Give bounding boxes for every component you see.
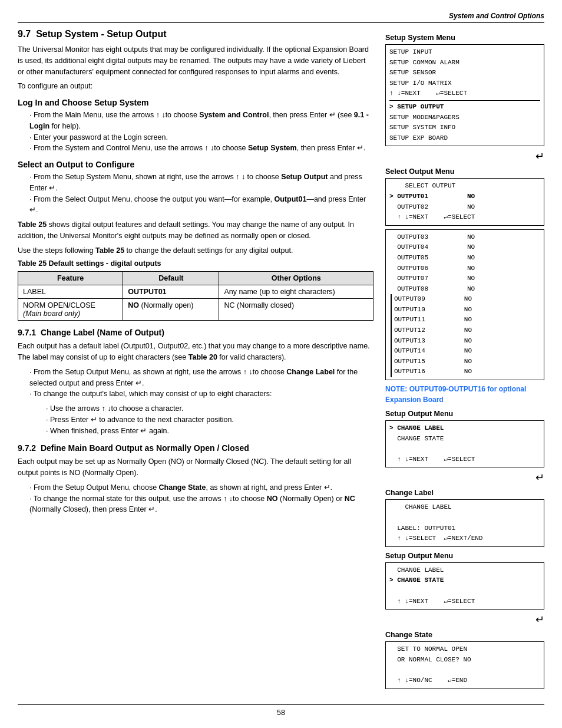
menu-item: OUTPUT13 NO — [394, 336, 540, 347]
table-cell-feature: LABEL — [18, 285, 123, 299]
enter-arrow-2: ↵ — [385, 471, 544, 484]
menu-item: SELECT OUTPUT — [389, 181, 540, 192]
menu-item: OUTPUT04 NO — [389, 242, 540, 253]
section-971-intro: Each output has a default label (Output0… — [18, 341, 373, 363]
section-97-intro: The Universal Monitor has eight outputs … — [18, 44, 373, 77]
table-row: NORM OPEN/CLOSE(Main board only) NO (Nor… — [18, 299, 373, 321]
change-state-menu: SET TO NORMAL OPEN OR NORMAL CLOSE? NO ↑… — [385, 641, 544, 689]
section-971-substeps: Use the arrows ↑ ↓to choose a character.… — [39, 403, 373, 436]
table25-caption: Table 25 Default settings - digital outp… — [18, 259, 373, 268]
menu-item-selected: > CHANGE STATE — [389, 575, 540, 586]
menu-item: OUTPUT09 NO — [394, 294, 540, 305]
menu-item: OUTPUT15 NO — [394, 357, 540, 367]
menu-nav: ↑ ↓=SELECT ↵=NEXT/END — [389, 533, 540, 544]
select-output-heading: Select an Output to Configure — [18, 160, 373, 169]
configure-prompt: To configure an output: — [18, 81, 373, 92]
page-number: 58 — [18, 704, 544, 717]
section-972-intro: Each output may be set up as Normally Op… — [18, 456, 373, 479]
menu-item: CHANGE LABEL — [389, 565, 540, 576]
menu-nav: ↑ ↓=NO/NC ↵=END — [389, 676, 540, 686]
menu-item: LABEL: OUTPUT01 — [389, 523, 540, 534]
table-header-default: Default — [123, 272, 219, 285]
menu-item-selected: > OUTPUT01 NO — [389, 192, 540, 202]
menu-item: OUTPUT12 NO — [394, 325, 540, 336]
enter-arrow-1: ↵ — [385, 150, 544, 163]
table25: Feature Default Other Options LABEL OUTP… — [18, 271, 373, 321]
menu-item: SETUP COMMON ALARM — [389, 58, 540, 68]
menu-item: OUTPUT11 NO — [394, 315, 540, 325]
section-972-steps: From the Setup Output Menu, choose Chang… — [28, 482, 373, 515]
menu-item: OUTPUT14 NO — [394, 346, 540, 357]
setup-system-menu-title: Setup System Menu — [385, 34, 544, 42]
list-item: Enter your password at the Login screen. — [28, 132, 373, 143]
output-list: OUTPUT03 NO OUTPUT04 NO OUTPUT05 NO OUTP… — [385, 229, 544, 380]
menu-item: SETUP SENSOR — [389, 68, 540, 78]
section-971-steps: From the Setup Output Menu, as shown at … — [28, 367, 373, 400]
change-state-title: Change State — [385, 631, 544, 639]
table-cell-feature: NORM OPEN/CLOSE(Main board only) — [18, 299, 123, 321]
output-note: NOTE: OUTPUT09-OUTPUT16 for optional Exp… — [385, 384, 544, 405]
left-column: 9.7 Setup System - Setup Output The Univ… — [18, 29, 373, 693]
section-97: 9.7 Setup System - Setup Output The Univ… — [18, 29, 373, 321]
setup-output-menu-2: CHANGE LABEL > CHANGE STATE ↑ ↓=NEXT ↵=S… — [385, 562, 544, 610]
log-in-steps: From the Main Menu, use the arrows ↑ ↓to… — [28, 110, 373, 154]
output-bracket-items: OUTPUT09 NO OUTPUT10 NO OUTPUT11 NO OUTP… — [394, 294, 540, 377]
menu-item: OUTPUT05 NO — [389, 253, 540, 263]
bracket-group: OUTPUT09 NO OUTPUT10 NO OUTPUT11 NO OUTP… — [389, 294, 540, 377]
table-cell-options: Any name (up to eight characters) — [219, 285, 373, 299]
menu-item: SETUP MODEM&PAGERS — [389, 113, 540, 123]
main-content: 9.7 Setup System - Setup Output The Univ… — [18, 29, 544, 693]
menu-item: SETUP EXP BOARD — [389, 133, 540, 144]
menu-item: OUTPUT08 NO — [389, 284, 540, 295]
select-output-menu: SELECT OUTPUT > OUTPUT01 NO OUTPUT02 NO … — [385, 178, 544, 225]
list-item: From the Setup Output Menu, choose Chang… — [28, 482, 373, 493]
menu-nav: ↑ ↓=NEXT ↵=SELECT — [389, 597, 540, 607]
menu-item: SET TO NORMAL OPEN — [389, 644, 540, 655]
page: System and Control Options 9.7 Setup Sys… — [0, 0, 562, 728]
section-971: 9.7.1 Change Label (Name of Output) Each… — [18, 328, 373, 436]
list-item: From the Main Menu, use the arrows ↑ ↓to… — [28, 110, 373, 132]
menu-item: SETUP SYSTEM INFO — [389, 123, 540, 133]
change-label-title: Change Label — [385, 489, 544, 497]
table-cell-options: NC (Normally closed) — [219, 299, 373, 321]
menu-item: OUTPUT16 NO — [394, 367, 540, 377]
list-item: From the System and Control Menu, use th… — [28, 143, 373, 154]
menu-item: OUTPUT07 NO — [389, 274, 540, 284]
table-header-feature: Feature — [18, 272, 123, 285]
section-972: 9.7.2 Define Main Board Output as Normal… — [18, 443, 373, 515]
section-972-title: 9.7.2 Define Main Board Output as Normal… — [18, 443, 373, 453]
select-output-menu-title: Select Output Menu — [385, 167, 544, 176]
menu-item: SETUP INPUT — [389, 47, 540, 58]
enter-arrow-3: ↵ — [385, 613, 544, 626]
setup-system-menu: SETUP INPUT SETUP COMMON ALARM SETUP SEN… — [385, 44, 544, 146]
menu-item: CHANGE LABEL — [389, 502, 540, 513]
list-item: From the Setup Output Menu, as shown at … — [28, 367, 373, 389]
table-row: LABEL OUTPUT01 Any name (up to eight cha… — [18, 285, 373, 299]
menu-item: OUTPUT03 NO — [389, 232, 540, 243]
setup-output-menu-title-1: Setup Output Menu — [385, 410, 544, 418]
list-item: From the Select Output Menu, choose the … — [28, 194, 373, 216]
menu-item: OUTPUT06 NO — [389, 263, 540, 274]
page-header: System and Control Options — [18, 12, 544, 23]
select-output-steps: From the Setup System Menu, shown at rig… — [28, 172, 373, 216]
list-item: From the Setup System Menu, shown at rig… — [28, 172, 373, 194]
change-label-menu: CHANGE LABEL LABEL: OUTPUT01 ↑ ↓=SELECT … — [385, 499, 544, 546]
menu-nav: ↑ ↓=NEXT ↵=SELECT — [389, 454, 540, 465]
menu-item: SETUP I/O MATRIX — [389, 78, 540, 89]
menu-item: CHANGE STATE — [389, 434, 540, 444]
table25-change-note: Use the steps following Table 25 to chan… — [18, 245, 373, 256]
menu-nav: ↑ ↓=NEXT ↵=SELECT — [389, 212, 540, 223]
section-971-title: 9.7.1 Change Label (Name of Output) — [18, 328, 373, 337]
menu-item: OUTPUT02 NO — [389, 202, 540, 213]
setup-output-menu-1: > CHANGE LABEL CHANGE STATE ↑ ↓=NEXT ↵=S… — [385, 420, 544, 467]
menu-item: OUTPUT10 NO — [394, 305, 540, 315]
menu-item-selected: > CHANGE LABEL — [389, 423, 540, 434]
right-column: Setup System Menu SETUP INPUT SETUP COMM… — [385, 29, 544, 693]
menu-nav: ↑ ↓=NEXT ↵=SELECT — [389, 88, 540, 99]
list-item: Use the arrows ↑ ↓to choose a character. — [39, 403, 373, 414]
section-97-title: 9.7 Setup System - Setup Output — [18, 29, 373, 39]
table-cell-default: OUTPUT01 — [123, 285, 219, 299]
list-item: Press Enter ↵ to advance to the next cha… — [39, 414, 373, 426]
setup-output-menu-title-2: Setup Output Menu — [385, 552, 544, 560]
header-title: System and Control Options — [449, 12, 544, 20]
